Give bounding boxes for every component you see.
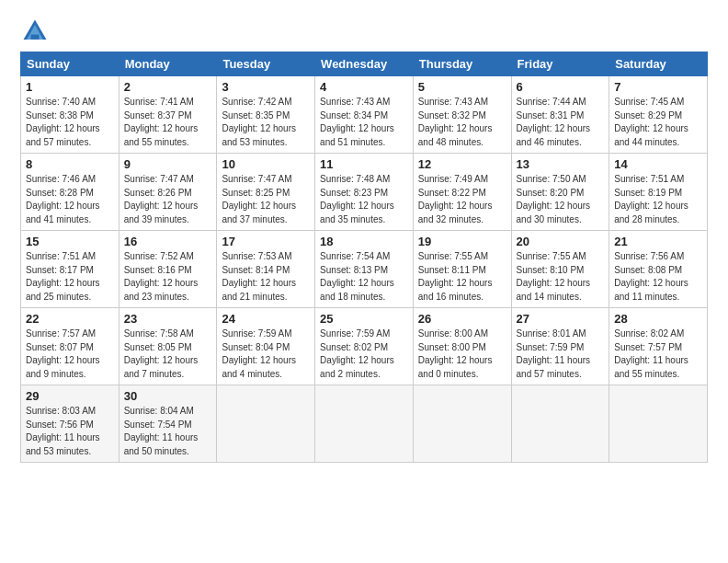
day-info: Sunrise: 7:45 AM Sunset: 8:29 PM Dayligh…	[614, 96, 702, 149]
calendar-cell: 10Sunrise: 7:47 AM Sunset: 8:25 PM Dayli…	[217, 154, 315, 231]
day-number: 17	[222, 235, 310, 248]
day-info: Sunrise: 7:42 AM Sunset: 8:35 PM Dayligh…	[222, 96, 310, 149]
calendar-cell	[315, 385, 414, 463]
day-number: 14	[614, 157, 702, 171]
day-number: 11	[320, 157, 408, 171]
day-number: 9	[124, 157, 212, 171]
calendar-cell: 30Sunrise: 8:04 AM Sunset: 7:54 PM Dayli…	[119, 385, 217, 463]
day-number: 20	[517, 235, 605, 248]
calendar-cell: 8Sunrise: 7:46 AM Sunset: 8:28 PM Daylig…	[21, 154, 119, 231]
weekday-header-row: SundayMondayTuesdayWednesdayThursdayFrid…	[21, 52, 708, 76]
calendar-cell: 7Sunrise: 7:45 AM Sunset: 8:29 PM Daylig…	[609, 76, 708, 154]
week-row-3: 15Sunrise: 7:51 AM Sunset: 8:17 PM Dayli…	[21, 231, 708, 308]
calendar-cell: 28Sunrise: 8:02 AM Sunset: 7:57 PM Dayli…	[609, 308, 708, 385]
day-info: Sunrise: 7:54 AM Sunset: 8:13 PM Dayligh…	[320, 250, 408, 304]
day-number: 10	[222, 157, 310, 171]
day-number: 24	[222, 312, 310, 326]
week-row-4: 22Sunrise: 7:57 AM Sunset: 8:07 PM Dayli…	[21, 308, 708, 385]
day-number: 2	[124, 80, 212, 94]
calendar-cell: 24Sunrise: 7:59 AM Sunset: 8:04 PM Dayli…	[217, 308, 315, 385]
day-info: Sunrise: 7:43 AM Sunset: 8:32 PM Dayligh…	[418, 96, 506, 149]
day-number: 1	[26, 80, 114, 94]
day-info: Sunrise: 7:55 AM Sunset: 8:10 PM Dayligh…	[517, 250, 605, 304]
calendar: SundayMondayTuesdayWednesdayThursdayFrid…	[20, 52, 708, 463]
weekday-header-friday: Friday	[511, 52, 609, 76]
day-info: Sunrise: 7:51 AM Sunset: 8:17 PM Dayligh…	[26, 250, 114, 304]
calendar-cell: 9Sunrise: 7:47 AM Sunset: 8:26 PM Daylig…	[119, 154, 217, 231]
day-info: Sunrise: 7:51 AM Sunset: 8:19 PM Dayligh…	[614, 173, 702, 226]
day-number: 6	[517, 80, 605, 94]
logo	[20, 17, 55, 46]
day-number: 12	[418, 157, 506, 171]
weekday-header-saturday: Saturday	[609, 52, 708, 76]
day-number: 28	[614, 312, 702, 326]
day-info: Sunrise: 7:47 AM Sunset: 8:26 PM Dayligh…	[124, 173, 212, 226]
day-info: Sunrise: 7:59 AM Sunset: 8:04 PM Dayligh…	[222, 327, 310, 381]
calendar-cell: 13Sunrise: 7:50 AM Sunset: 8:20 PM Dayli…	[511, 154, 609, 231]
day-number: 16	[124, 235, 212, 248]
day-number: 27	[517, 312, 605, 326]
day-number: 26	[418, 312, 506, 326]
day-info: Sunrise: 7:57 AM Sunset: 8:07 PM Dayligh…	[26, 327, 114, 381]
calendar-cell: 18Sunrise: 7:54 AM Sunset: 8:13 PM Dayli…	[315, 231, 414, 308]
calendar-cell: 25Sunrise: 7:59 AM Sunset: 8:02 PM Dayli…	[315, 308, 414, 385]
day-info: Sunrise: 7:48 AM Sunset: 8:23 PM Dayligh…	[320, 173, 408, 226]
day-number: 30	[124, 389, 212, 403]
day-info: Sunrise: 7:55 AM Sunset: 8:11 PM Dayligh…	[418, 250, 506, 304]
weekday-header-wednesday: Wednesday	[315, 52, 414, 76]
calendar-cell	[217, 385, 315, 463]
calendar-cell: 23Sunrise: 7:58 AM Sunset: 8:05 PM Dayli…	[119, 308, 217, 385]
calendar-cell: 29Sunrise: 8:03 AM Sunset: 7:56 PM Dayli…	[21, 385, 119, 463]
day-info: Sunrise: 7:46 AM Sunset: 8:28 PM Dayligh…	[26, 173, 114, 226]
calendar-cell: 14Sunrise: 7:51 AM Sunset: 8:19 PM Dayli…	[609, 154, 708, 231]
week-row-5: 29Sunrise: 8:03 AM Sunset: 7:56 PM Dayli…	[21, 385, 708, 463]
calendar-cell: 4Sunrise: 7:43 AM Sunset: 8:34 PM Daylig…	[315, 76, 414, 154]
calendar-cell: 17Sunrise: 7:53 AM Sunset: 8:14 PM Dayli…	[217, 231, 315, 308]
day-info: Sunrise: 7:43 AM Sunset: 8:34 PM Dayligh…	[320, 96, 408, 149]
svg-rect-2	[31, 35, 40, 40]
day-info: Sunrise: 8:03 AM Sunset: 7:56 PM Dayligh…	[26, 405, 114, 458]
day-info: Sunrise: 8:04 AM Sunset: 7:54 PM Dayligh…	[124, 405, 212, 458]
day-info: Sunrise: 8:00 AM Sunset: 8:00 PM Dayligh…	[418, 327, 506, 381]
calendar-cell: 20Sunrise: 7:55 AM Sunset: 8:10 PM Dayli…	[511, 231, 609, 308]
weekday-header-monday: Monday	[119, 52, 217, 76]
day-number: 15	[26, 235, 114, 248]
calendar-cell: 21Sunrise: 7:56 AM Sunset: 8:08 PM Dayli…	[609, 231, 708, 308]
calendar-cell: 2Sunrise: 7:41 AM Sunset: 8:37 PM Daylig…	[119, 76, 217, 154]
day-number: 23	[124, 312, 212, 326]
page: SundayMondayTuesdayWednesdayThursdayFrid…	[0, 0, 728, 563]
day-info: Sunrise: 8:01 AM Sunset: 7:59 PM Dayligh…	[517, 327, 605, 381]
calendar-cell: 16Sunrise: 7:52 AM Sunset: 8:16 PM Dayli…	[119, 231, 217, 308]
day-number: 4	[320, 80, 408, 94]
calendar-cell: 12Sunrise: 7:49 AM Sunset: 8:22 PM Dayli…	[413, 154, 511, 231]
day-info: Sunrise: 8:02 AM Sunset: 7:57 PM Dayligh…	[614, 327, 702, 381]
day-number: 29	[26, 389, 114, 403]
day-number: 22	[26, 312, 114, 326]
day-number: 7	[614, 80, 702, 94]
day-info: Sunrise: 7:50 AM Sunset: 8:20 PM Dayligh…	[517, 173, 605, 226]
day-number: 25	[320, 312, 408, 326]
day-info: Sunrise: 7:56 AM Sunset: 8:08 PM Dayligh…	[614, 250, 702, 304]
day-number: 21	[614, 235, 702, 248]
logo-icon	[20, 17, 50, 46]
calendar-cell: 22Sunrise: 7:57 AM Sunset: 8:07 PM Dayli…	[21, 308, 119, 385]
day-number: 19	[418, 235, 506, 248]
calendar-cell: 19Sunrise: 7:55 AM Sunset: 8:11 PM Dayli…	[413, 231, 511, 308]
weekday-header-sunday: Sunday	[21, 52, 119, 76]
calendar-cell: 1Sunrise: 7:40 AM Sunset: 8:38 PM Daylig…	[21, 76, 119, 154]
day-info: Sunrise: 7:59 AM Sunset: 8:02 PM Dayligh…	[320, 327, 408, 381]
day-number: 3	[222, 80, 310, 94]
calendar-cell: 11Sunrise: 7:48 AM Sunset: 8:23 PM Dayli…	[315, 154, 414, 231]
calendar-cell: 26Sunrise: 8:00 AM Sunset: 8:00 PM Dayli…	[413, 308, 511, 385]
day-number: 8	[26, 157, 114, 171]
day-number: 13	[517, 157, 605, 171]
day-info: Sunrise: 7:58 AM Sunset: 8:05 PM Dayligh…	[124, 327, 212, 381]
day-info: Sunrise: 7:47 AM Sunset: 8:25 PM Dayligh…	[222, 173, 310, 226]
calendar-cell: 3Sunrise: 7:42 AM Sunset: 8:35 PM Daylig…	[217, 76, 315, 154]
day-info: Sunrise: 7:53 AM Sunset: 8:14 PM Dayligh…	[222, 250, 310, 304]
weekday-header-tuesday: Tuesday	[217, 52, 315, 76]
day-number: 18	[320, 235, 408, 248]
calendar-cell: 5Sunrise: 7:43 AM Sunset: 8:32 PM Daylig…	[413, 76, 511, 154]
day-info: Sunrise: 7:41 AM Sunset: 8:37 PM Dayligh…	[124, 96, 212, 149]
calendar-cell: 27Sunrise: 8:01 AM Sunset: 7:59 PM Dayli…	[511, 308, 609, 385]
